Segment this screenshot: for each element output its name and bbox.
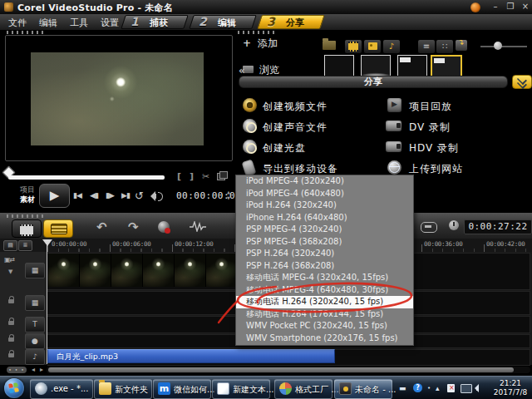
video-track-button[interactable]: ▦ xyxy=(25,263,45,278)
next-frame-icon[interactable]: ▮▶ xyxy=(106,191,114,200)
list-view-button[interactable]: ≡ xyxy=(417,39,436,54)
menu-item[interactable]: iPod MPEG-4 (320x240) xyxy=(236,175,413,188)
import-media-icon[interactable] xyxy=(456,40,467,51)
timeline-hscrollbar[interactable] xyxy=(47,367,530,373)
repeat-icon[interactable]: ↺ xyxy=(135,190,144,202)
swap-track-icon[interactable]: ▣⇄ xyxy=(4,256,14,264)
video-clip-frame[interactable] xyxy=(48,254,80,287)
timeline-scroll-pill[interactable]: • • • xyxy=(7,367,27,373)
track-list-icon[interactable]: ≣ xyxy=(18,240,32,251)
folder-icon[interactable] xyxy=(323,41,336,50)
start-button[interactable] xyxy=(4,378,24,398)
preview-timecode[interactable]: 00:00:00:00 xyxy=(176,190,224,202)
audio-waveform-icon[interactable] xyxy=(190,221,206,232)
volume-icon[interactable] xyxy=(153,194,156,199)
clip-mode-label[interactable]: 素材 xyxy=(20,195,35,205)
thumbnail-size-slider[interactable] xyxy=(480,46,527,47)
collapse-panel-icon[interactable]: « xyxy=(239,65,245,76)
upload-web-option[interactable]: 上传到网站 xyxy=(409,162,463,176)
menu-item[interactable]: PSP MPEG-4 (368x208) xyxy=(236,236,413,249)
lock-icon[interactable] xyxy=(8,353,14,357)
menu-item-selected[interactable]: 移动电话 H.264 (320x240, 15 fps) xyxy=(236,296,413,308)
project-playback-option[interactable]: 项目回放 xyxy=(409,100,452,114)
mark-out-icon[interactable]: ] xyxy=(190,171,194,182)
scrubber-track[interactable] xyxy=(8,175,165,180)
menu-item[interactable]: 移动电话 MPEG-4 (640x480, 30fps) xyxy=(236,284,413,297)
scroll-right-icon[interactable]: ▸ xyxy=(40,366,43,373)
menu-item[interactable]: 移动电话 H.264 (176x144, 15 fps) xyxy=(236,308,413,321)
lock-icon[interactable] xyxy=(8,321,14,325)
video-clip-frame[interactable] xyxy=(111,254,143,287)
menu-item[interactable]: iPhone H.264 (532x399) xyxy=(236,212,413,224)
menu-item[interactable]: WMV Pocket PC (320x240, 15 fps) xyxy=(236,320,413,332)
menu-item[interactable]: WMV Smartphone (220x176, 15 fps) xyxy=(236,332,413,345)
taskbar-button-videostudio-active[interactable]: 未命名 - ... xyxy=(334,379,392,399)
corel-guide-icon[interactable] xyxy=(470,2,480,12)
fit-project-icon[interactable] xyxy=(421,222,437,233)
menu-tools[interactable]: 工具 xyxy=(70,17,88,29)
taskbar-clock[interactable]: 21:21 2017/7/8 xyxy=(492,379,529,397)
close-button[interactable]: × xyxy=(519,1,532,12)
video-clip-frame[interactable] xyxy=(143,254,175,287)
tray-usb-icon[interactable]: ▬ xyxy=(399,384,406,392)
mark-in-icon[interactable]: [ xyxy=(177,171,181,182)
dv-record-option[interactable]: DV 录制 xyxy=(409,121,451,135)
expand-options-button[interactable] xyxy=(512,75,532,89)
filter-video-button[interactable] xyxy=(344,39,362,54)
add-button[interactable]: +添加 xyxy=(243,37,278,51)
tray-show-hidden-icon[interactable]: ▴ xyxy=(436,384,440,392)
hdv-record-option[interactable]: HDV 录制 xyxy=(409,141,459,155)
tray-dot-icon[interactable]: • xyxy=(427,385,431,392)
hscrollbar-thumb[interactable] xyxy=(48,367,514,372)
tray-volume-icon[interactable] xyxy=(476,387,479,391)
menu-edit[interactable]: 编辑 xyxy=(39,17,57,29)
tab-share[interactable]: 3分享 xyxy=(259,15,323,29)
taskbar-button-formatfactory[interactable]: 格式工厂 ... xyxy=(274,379,332,399)
menu-settings[interactable]: 设置 xyxy=(101,17,119,29)
tray-help-icon[interactable]: ? xyxy=(413,383,422,392)
storyboard-view-button[interactable] xyxy=(12,219,42,238)
timecode-spinner[interactable]: ▲▼ xyxy=(225,190,232,203)
library-thumbnail[interactable] xyxy=(361,55,391,76)
create-sound-file-option[interactable]: 创建声音文件 xyxy=(263,121,328,135)
taskbar-button-exe[interactable]: .exe - *... xyxy=(30,379,93,399)
library-thumbnail[interactable] xyxy=(397,55,427,76)
music-track-button[interactable]: ♪ xyxy=(25,349,45,365)
record-capture-icon[interactable] xyxy=(158,221,170,233)
menu-item[interactable]: iPod MPEG-4 (532x399) xyxy=(236,188,413,200)
gutter-caret-icon[interactable]: ▼ xyxy=(8,268,12,275)
taskbar-button-notepad[interactable]: 新建文本... xyxy=(212,379,270,399)
overlay-track-button[interactable]: ▦ xyxy=(25,295,45,311)
go-end-icon[interactable]: ▶▮ xyxy=(121,191,130,200)
menu-file[interactable]: 文件 xyxy=(8,17,27,29)
split-clip-icon[interactable]: ✂ xyxy=(202,171,209,182)
menu-item[interactable]: PSP MPEG-4 (320x240) xyxy=(236,224,413,236)
track-manager-icon[interactable]: ▤ xyxy=(3,240,17,251)
play-button[interactable]: ▶ xyxy=(39,184,70,208)
minimize-button[interactable]: – xyxy=(489,1,502,12)
undo-icon[interactable]: ↶ xyxy=(96,219,107,234)
menu-item[interactable]: iPod H.264 (320x240) xyxy=(236,200,413,212)
timeline-view-button[interactable] xyxy=(43,219,73,238)
video-clip-frame[interactable] xyxy=(206,254,238,287)
filter-audio-button[interactable]: ♪ xyxy=(382,39,401,54)
video-clip-frame[interactable] xyxy=(80,254,111,287)
title-track-button[interactable]: T xyxy=(25,317,45,332)
lock-icon[interactable] xyxy=(8,299,14,303)
lock-icon[interactable] xyxy=(8,337,14,342)
music-clip[interactable]: 白月光_clip.mp3 xyxy=(47,349,335,363)
duration-clock-icon[interactable] xyxy=(449,220,459,230)
taskbar-button-browser[interactable]: m 微信如何... xyxy=(153,379,211,399)
enlarge-preview-icon[interactable] xyxy=(217,173,225,180)
menu-item[interactable]: 移动电话 MPEG-4 (320x240, 15fps) xyxy=(236,272,413,284)
scroll-left-icon[interactable]: ◂ xyxy=(32,366,35,373)
library-thumbnail-selected[interactable] xyxy=(431,55,462,78)
taskbar-button-folder[interactable]: 新文件夹 xyxy=(94,379,152,399)
menu-item[interactable]: PSP H.264 (368x208) xyxy=(236,260,413,273)
redo-icon[interactable]: ↷ xyxy=(128,219,139,234)
thumbnail-view-button[interactable]: ∷ xyxy=(436,39,454,54)
video-clip-frame[interactable] xyxy=(175,254,206,287)
tab-edit[interactable]: 2编辑 xyxy=(191,15,254,29)
go-start-icon[interactable]: ▮◀ xyxy=(73,191,81,200)
prev-frame-icon[interactable]: ◀▮ xyxy=(90,191,98,200)
